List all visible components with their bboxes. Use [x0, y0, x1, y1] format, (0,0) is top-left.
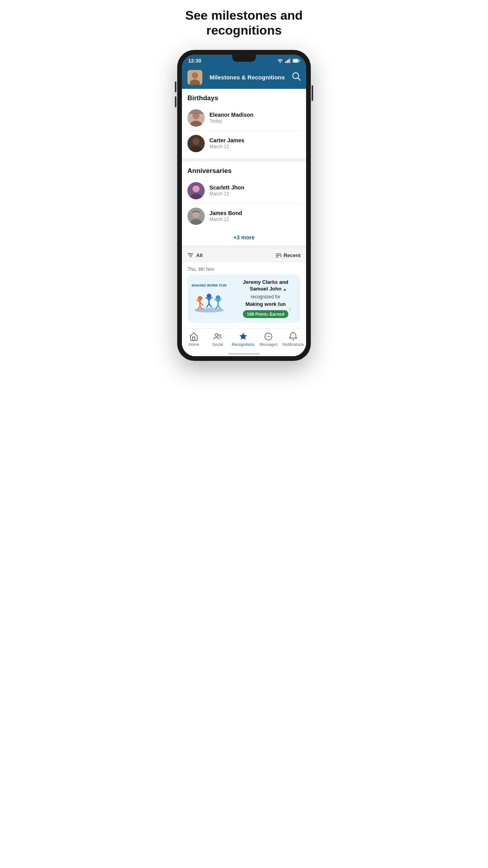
bottom-nav: Home Social	[182, 328, 306, 351]
svg-line-38	[209, 304, 211, 307]
recognition-card[interactable]: MAKING WORK FUN	[187, 274, 301, 323]
card-names: Jeremy Clarks and Samuel John	[235, 279, 297, 292]
svg-rect-1	[287, 60, 288, 63]
content-area: Birthdays Eleanor Madison	[182, 89, 306, 356]
eleanor-name: Eleanor Madison	[209, 112, 253, 118]
eleanor-avatar-svg	[187, 109, 205, 127]
carter-name: Carter James	[209, 137, 244, 143]
wifi-icon	[277, 58, 283, 63]
filter-bar: All Recent	[182, 248, 306, 263]
nav-messages-label: Messages	[260, 342, 278, 347]
home-icon	[189, 332, 198, 341]
james-name: James Bond	[209, 210, 242, 216]
svg-point-39	[216, 295, 220, 300]
recognitions-icon	[238, 332, 248, 341]
svg-rect-0	[285, 61, 286, 63]
status-icons	[277, 58, 300, 63]
divider-2	[187, 203, 301, 204]
page-headline: See milestones and recognitions	[163, 8, 325, 38]
scarlett-avatar-svg	[187, 182, 205, 199]
svg-rect-3	[290, 58, 291, 63]
svg-point-25	[188, 253, 189, 254]
volume-up-button	[175, 81, 176, 92]
svg-point-46	[219, 334, 221, 336]
search-icon[interactable]	[292, 72, 301, 83]
carter-avatar	[187, 135, 205, 152]
social-icon	[213, 332, 222, 341]
svg-line-43	[216, 305, 218, 309]
battery-icon	[293, 59, 300, 63]
svg-point-48	[267, 336, 268, 337]
eleanor-info: Eleanor Madison Today	[209, 112, 253, 124]
feed-date-label: Thu, 9th Nov	[182, 263, 306, 274]
svg-rect-15	[187, 109, 205, 114]
section-divider-2	[182, 245, 306, 248]
card-left: MAKING WORK FUN	[187, 274, 231, 323]
home-indicator-bar	[182, 351, 306, 356]
nav-notifications-label: Notifications	[283, 342, 304, 347]
phone-screen: 12:30	[182, 55, 306, 356]
birthday-row-eleanor[interactable]: Eleanor Madison Today	[187, 107, 301, 129]
card-making-label: MAKING WORK FUN	[192, 283, 227, 288]
james-avatar	[187, 208, 205, 225]
scarlett-date: March 12	[209, 191, 244, 197]
carter-avatar-svg	[187, 135, 205, 152]
section-divider-1	[182, 158, 306, 162]
nav-home-label: Home	[189, 342, 199, 347]
birthdays-title: Birthdays	[187, 94, 301, 102]
header-title: Milestones & Recognitions	[206, 74, 288, 81]
sort-recent[interactable]: Recent	[275, 252, 301, 259]
filter-icon	[187, 252, 194, 259]
svg-line-11	[298, 78, 300, 80]
nav-home[interactable]: Home	[184, 332, 204, 347]
page-wrapper: See milestones and recognitions 12:30	[163, 8, 325, 361]
carter-date: March 12	[209, 144, 244, 149]
nav-notifications[interactable]: Notifications	[283, 332, 304, 347]
birthdays-section: Birthdays Eleanor Madison	[182, 89, 306, 158]
card-recognized-for: recognized for	[235, 294, 297, 300]
header-avatar[interactable]	[187, 70, 202, 85]
james-info: James Bond March 12	[209, 210, 242, 222]
card-points-badge: 100 Points Earned	[243, 310, 288, 318]
notifications-icon	[288, 332, 298, 341]
svg-point-20	[193, 185, 200, 192]
status-time: 12:30	[188, 58, 201, 64]
search-svg	[292, 72, 301, 81]
app-header: Milestones & Recognitions	[182, 66, 306, 89]
eleanor-date: Today	[209, 118, 253, 124]
james-date: March 12	[209, 217, 242, 222]
anniversaries-title: Anniversaries	[187, 167, 301, 175]
sort-label: Recent	[284, 252, 301, 258]
nav-messages[interactable]: Messages	[259, 332, 278, 347]
anniversary-row-scarlett[interactable]: Scarlett Jhon March 12	[187, 180, 301, 202]
user-avatar-svg	[187, 70, 202, 85]
filter-all[interactable]: All	[187, 252, 203, 259]
nav-recognitions[interactable]: Recognitions	[232, 332, 255, 347]
svg-line-37	[207, 304, 209, 307]
svg-point-8	[192, 72, 198, 79]
messages-icon	[264, 332, 273, 341]
nav-social-label: Social	[212, 342, 223, 347]
scarlett-info: Scarlett Jhon March 12	[209, 184, 244, 197]
svg-point-17	[193, 138, 200, 145]
more-link[interactable]: +3 more	[182, 231, 306, 245]
scarlett-avatar	[187, 182, 205, 199]
anniversary-row-james[interactable]: James Bond March 12	[187, 205, 301, 227]
nav-social[interactable]: Social	[208, 332, 227, 347]
notch	[232, 55, 256, 62]
divider-1	[187, 131, 301, 131]
filter-label: All	[196, 252, 203, 258]
scarlett-name: Scarlett Jhon	[209, 184, 244, 191]
card-achievement: Making work fun	[235, 301, 297, 307]
volume-down-button	[175, 96, 176, 107]
eleanor-avatar	[187, 109, 205, 127]
anniversaries-section: Anniversaries Scarlett Jho	[182, 162, 306, 231]
svg-point-45	[215, 333, 218, 336]
birthday-row-carter[interactable]: Carter James March 12	[187, 132, 301, 154]
svg-point-49	[268, 336, 269, 337]
svg-rect-5	[293, 59, 298, 62]
power-button	[312, 85, 313, 101]
card-illustration-svg	[191, 290, 227, 313]
carter-info: Carter James March 12	[209, 137, 244, 149]
svg-point-33	[207, 294, 211, 298]
